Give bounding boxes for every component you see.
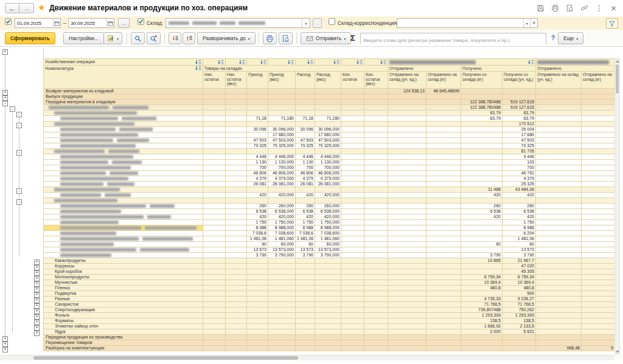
value-cell[interactable] [203,122,226,127]
value-cell[interactable]: 47 503,000 [268,138,296,143]
value-cell[interactable] [226,94,247,100]
value-cell[interactable] [536,204,582,209]
preview-button[interactable] [279,32,293,44]
value-cell[interactable] [536,335,582,340]
col-header-nomenclature[interactable]: Номенклатура [44,66,203,89]
table-row[interactable]: 1 481,061 481,0601 481,061 481,0601 481,… [44,236,615,242]
sort-icon[interactable] [217,60,224,65]
value-cell[interactable] [461,182,503,187]
value-cell[interactable] [388,253,426,258]
value-cell[interactable]: 13 573 [503,247,536,253]
value-cell[interactable] [461,127,503,132]
value-cell[interactable] [388,329,426,335]
value-cell[interactable]: 6 538 [503,209,536,215]
value-cell[interactable]: 71,180 [268,116,296,122]
column-header[interactable]: Получено со склада (кг) [461,72,503,89]
value-cell[interactable]: 260 [461,204,503,209]
row-name-cell[interactable] [44,193,203,198]
value-cell[interactable]: 700 [503,165,536,171]
sklad-korr-input[interactable] [397,19,523,27]
value-cell[interactable] [364,127,388,132]
value-cell[interactable] [388,111,426,116]
value-cell[interactable] [226,242,247,247]
value-cell[interactable]: 60 [247,242,268,247]
value-cell[interactable] [268,100,296,105]
value-cell[interactable] [426,111,461,116]
value-cell[interactable] [226,264,247,269]
value-cell[interactable]: 420,000 [268,215,296,220]
sklad-open-button[interactable]: ... [313,18,322,28]
value-cell[interactable] [582,209,615,215]
value-cell[interactable] [388,297,426,302]
value-cell[interactable]: 60 [296,242,315,247]
value-cell[interactable]: 420 [503,215,536,220]
value-cell[interactable]: 79 325 [247,143,268,149]
value-cell[interactable] [503,346,536,351]
value-cell[interactable] [315,275,341,280]
value-cell[interactable] [364,269,388,275]
sort-icon[interactable] [380,60,386,65]
table-row[interactable] [44,198,615,204]
value-cell[interactable] [364,171,388,176]
value-cell[interactable] [426,122,461,127]
settings-button[interactable]: Настройки... [63,32,104,44]
value-cell[interactable] [247,329,268,335]
expander-icon[interactable]: - [16,123,22,128]
value-cell[interactable] [461,94,503,100]
value-cell[interactable]: 47 503 [503,138,536,143]
value-cell[interactable] [364,122,388,127]
value-cell[interactable] [388,247,426,253]
value-cell[interactable]: 6 538,000 [268,209,296,215]
value-cell[interactable] [247,198,268,204]
value-cell[interactable] [582,318,615,324]
value-cell[interactable] [296,149,315,154]
expander-icon[interactable]: + [34,331,40,336]
value-cell[interactable]: 79 325,000 [268,143,296,149]
value-cell[interactable]: 8 988,000 [315,225,341,231]
row-name-cell[interactable] [44,247,203,253]
value-cell[interactable]: 1 750 [296,220,315,225]
value-cell[interactable] [203,340,226,346]
value-cell[interactable]: 60 [503,242,536,247]
value-cell[interactable]: 1 750 [247,220,268,225]
value-cell[interactable]: 8 988 [503,225,536,231]
value-cell[interactable] [536,324,582,329]
table-row[interactable]: Фольга1 293,3931 293,393 [44,313,615,318]
value-cell[interactable] [461,269,503,275]
value-cell[interactable] [582,269,615,275]
vertical-scroll-thumb[interactable] [616,64,619,94]
value-cell[interactable]: 2 133,5 [503,324,536,329]
value-cell[interactable] [341,286,364,291]
value-cell[interactable] [341,149,364,154]
value-cell[interactable]: 739,807488 [461,307,503,313]
value-cell[interactable]: 63,79 [503,116,536,122]
value-cell[interactable]: 3 790,000 [268,253,296,258]
value-cell[interactable] [341,269,364,275]
value-cell[interactable] [341,307,364,313]
row-name-cell[interactable] [44,138,203,143]
value-cell[interactable] [426,340,461,346]
value-cell[interactable] [203,154,226,160]
value-cell[interactable] [203,286,226,291]
value-cell[interactable] [341,313,364,318]
value-cell[interactable] [364,182,388,187]
value-cell[interactable] [364,105,388,111]
value-cell[interactable] [247,318,268,324]
value-cell[interactable] [247,89,268,94]
row-name-cell[interactable] [44,154,203,160]
value-cell[interactable] [341,209,364,215]
value-cell[interactable] [203,182,226,187]
row-name-cell[interactable]: Выпуск продукции [44,94,203,100]
value-cell[interactable] [296,307,315,313]
value-cell[interactable]: 4 379 [247,176,268,182]
value-cell[interactable] [247,335,268,340]
row-name-cell[interactable] [44,127,203,132]
value-cell[interactable] [296,105,315,111]
value-cell[interactable] [426,324,461,329]
value-cell[interactable]: 13 573 [247,247,268,253]
value-cell[interactable] [203,187,226,193]
value-cell[interactable] [582,335,615,340]
value-cell[interactable] [296,269,315,275]
value-cell[interactable] [341,160,364,165]
column-header[interactable]: Отправлено на склад (кг) [582,72,615,89]
